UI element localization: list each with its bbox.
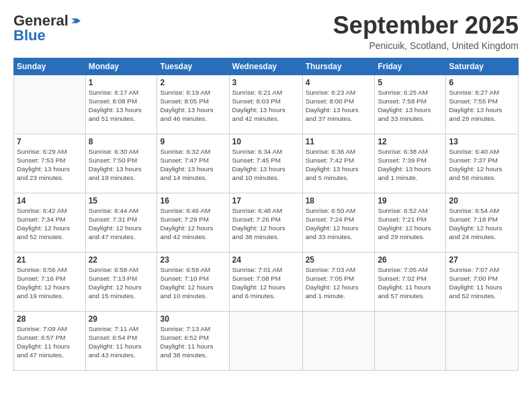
- day-number: 20: [449, 196, 515, 205]
- calendar-cell: 9Sunrise: 6:32 AMSunset: 7:47 PMDaylight…: [157, 134, 229, 193]
- calendar-cell: 25Sunrise: 7:03 AMSunset: 7:05 PMDayligh…: [302, 252, 375, 311]
- calendar-cell: 20Sunrise: 6:54 AMSunset: 7:18 PMDayligh…: [446, 193, 519, 252]
- day-info: Sunrise: 6:21 AMSunset: 8:03 PMDaylight:…: [232, 88, 300, 124]
- header-area: General Blue September 2025 Penicuik, Sc…: [13, 12, 519, 51]
- day-info: Sunrise: 6:46 AMSunset: 7:29 PMDaylight:…: [160, 206, 226, 242]
- day-info: Sunrise: 6:36 AMSunset: 7:42 PMDaylight:…: [306, 147, 372, 183]
- day-info: Sunrise: 6:19 AMSunset: 8:05 PMDaylight:…: [160, 88, 226, 124]
- calendar-cell: 2Sunrise: 6:19 AMSunset: 8:05 PMDaylight…: [157, 75, 229, 134]
- day-number: 30: [160, 314, 226, 324]
- day-info: Sunrise: 7:03 AMSunset: 7:05 PMDaylight:…: [306, 265, 372, 301]
- day-number: 4: [306, 78, 372, 87]
- calendar-cell: 26Sunrise: 7:05 AMSunset: 7:02 PMDayligh…: [375, 252, 446, 311]
- day-info: Sunrise: 6:29 AMSunset: 7:53 PMDaylight:…: [17, 147, 83, 183]
- day-number: 6: [449, 78, 515, 87]
- calendar-cell: 8Sunrise: 6:30 AMSunset: 7:50 PMDaylight…: [85, 134, 157, 193]
- calendar-cell: 29Sunrise: 7:11 AMSunset: 6:54 PMDayligh…: [85, 311, 157, 370]
- day-number: 10: [232, 137, 300, 146]
- calendar: Sunday Monday Tuesday Wednesday Thursday…: [13, 58, 519, 371]
- day-number: 1: [89, 78, 154, 87]
- day-info: Sunrise: 7:09 AMSunset: 6:57 PMDaylight:…: [17, 324, 83, 360]
- calendar-cell: 11Sunrise: 6:36 AMSunset: 7:42 PMDayligh…: [302, 134, 375, 193]
- calendar-cell: 27Sunrise: 7:07 AMSunset: 7:00 PMDayligh…: [446, 252, 519, 311]
- calendar-cell: 21Sunrise: 6:56 AMSunset: 7:16 PMDayligh…: [14, 252, 86, 311]
- day-info: Sunrise: 6:54 AMSunset: 7:18 PMDaylight:…: [449, 206, 515, 242]
- day-number: 18: [306, 196, 372, 205]
- day-number: 21: [17, 255, 83, 265]
- day-info: Sunrise: 6:38 AMSunset: 7:39 PMDaylight:…: [378, 147, 443, 183]
- day-info: Sunrise: 6:27 AMSunset: 7:55 PMDaylight:…: [449, 88, 515, 124]
- day-number: 11: [306, 137, 372, 146]
- calendar-cell: 16Sunrise: 6:46 AMSunset: 7:29 PMDayligh…: [157, 193, 229, 252]
- day-info: Sunrise: 7:05 AMSunset: 7:02 PMDaylight:…: [378, 265, 443, 301]
- day-number: 12: [378, 137, 443, 146]
- day-info: Sunrise: 6:52 AMSunset: 7:21 PMDaylight:…: [378, 206, 443, 242]
- day-number: 3: [232, 78, 300, 87]
- day-info: Sunrise: 7:01 AMSunset: 7:08 PMDaylight:…: [232, 265, 300, 301]
- calendar-cell: 30Sunrise: 7:13 AMSunset: 6:52 PMDayligh…: [157, 311, 229, 370]
- title-area: September 2025 Penicuik, Scotland, Unite…: [333, 12, 519, 51]
- day-number: 26: [378, 255, 443, 265]
- col-thursday: Thursday: [302, 58, 375, 75]
- day-info: Sunrise: 7:13 AMSunset: 6:52 PMDaylight:…: [160, 324, 226, 360]
- day-number: 28: [17, 314, 83, 324]
- calendar-header-row: Sunday Monday Tuesday Wednesday Thursday…: [14, 58, 519, 75]
- calendar-cell: [302, 311, 375, 370]
- calendar-cell: 14Sunrise: 6:42 AMSunset: 7:34 PMDayligh…: [14, 193, 86, 252]
- calendar-cell: 23Sunrise: 6:59 AMSunset: 7:10 PMDayligh…: [157, 252, 229, 311]
- col-friday: Friday: [375, 58, 446, 75]
- calendar-cell: 1Sunrise: 6:17 AMSunset: 8:08 PMDaylight…: [85, 75, 157, 134]
- day-number: 29: [89, 314, 154, 324]
- day-info: Sunrise: 6:40 AMSunset: 7:37 PMDaylight:…: [449, 147, 515, 183]
- day-info: Sunrise: 6:17 AMSunset: 8:08 PMDaylight:…: [89, 88, 154, 124]
- calendar-cell: 15Sunrise: 6:44 AMSunset: 7:31 PMDayligh…: [85, 193, 157, 252]
- calendar-week-2: 14Sunrise: 6:42 AMSunset: 7:34 PMDayligh…: [14, 193, 519, 252]
- day-info: Sunrise: 6:44 AMSunset: 7:31 PMDaylight:…: [89, 206, 154, 242]
- col-monday: Monday: [85, 58, 157, 75]
- calendar-cell: [446, 311, 519, 370]
- logo-blue: Blue: [13, 27, 46, 44]
- calendar-cell: 7Sunrise: 6:29 AMSunset: 7:53 PMDaylight…: [14, 134, 86, 193]
- calendar-cell: 3Sunrise: 6:21 AMSunset: 8:03 PMDaylight…: [229, 75, 302, 134]
- svg-marker-0: [71, 19, 81, 24]
- calendar-cell: 13Sunrise: 6:40 AMSunset: 7:37 PMDayligh…: [446, 134, 519, 193]
- day-info: Sunrise: 6:42 AMSunset: 7:34 PMDaylight:…: [17, 206, 83, 242]
- day-info: Sunrise: 6:50 AMSunset: 7:24 PMDaylight:…: [306, 206, 372, 242]
- day-number: 16: [160, 196, 226, 205]
- col-wednesday: Wednesday: [229, 58, 302, 75]
- calendar-cell: [14, 75, 86, 134]
- day-info: Sunrise: 6:56 AMSunset: 7:16 PMDaylight:…: [17, 265, 83, 301]
- day-number: 14: [17, 196, 83, 205]
- logo-arrow-icon: [70, 16, 82, 26]
- calendar-cell: 18Sunrise: 6:50 AMSunset: 7:24 PMDayligh…: [302, 193, 375, 252]
- calendar-cell: 5Sunrise: 6:25 AMSunset: 7:58 PMDaylight…: [375, 75, 446, 134]
- day-number: 7: [17, 137, 83, 146]
- day-number: 5: [378, 78, 443, 87]
- calendar-cell: 10Sunrise: 6:34 AMSunset: 7:45 PMDayligh…: [229, 134, 302, 193]
- day-number: 13: [449, 137, 515, 146]
- day-number: 9: [160, 137, 226, 146]
- day-number: 19: [378, 196, 443, 205]
- logo: General Blue: [13, 12, 82, 44]
- day-info: Sunrise: 6:48 AMSunset: 7:26 PMDaylight:…: [232, 206, 300, 242]
- day-number: 24: [232, 255, 300, 265]
- day-number: 25: [306, 255, 372, 265]
- calendar-week-4: 28Sunrise: 7:09 AMSunset: 6:57 PMDayligh…: [14, 311, 519, 370]
- col-sunday: Sunday: [14, 58, 86, 75]
- day-info: Sunrise: 7:11 AMSunset: 6:54 PMDaylight:…: [89, 324, 154, 360]
- day-info: Sunrise: 6:30 AMSunset: 7:50 PMDaylight:…: [89, 147, 154, 183]
- calendar-cell: 19Sunrise: 6:52 AMSunset: 7:21 PMDayligh…: [375, 193, 446, 252]
- day-info: Sunrise: 7:07 AMSunset: 7:00 PMDaylight:…: [449, 265, 515, 301]
- calendar-week-1: 7Sunrise: 6:29 AMSunset: 7:53 PMDaylight…: [14, 134, 519, 193]
- calendar-cell: [375, 311, 446, 370]
- calendar-cell: 12Sunrise: 6:38 AMSunset: 7:39 PMDayligh…: [375, 134, 446, 193]
- calendar-cell: 22Sunrise: 6:58 AMSunset: 7:13 PMDayligh…: [85, 252, 157, 311]
- day-number: 15: [89, 196, 154, 205]
- calendar-week-0: 1Sunrise: 6:17 AMSunset: 8:08 PMDaylight…: [14, 75, 519, 134]
- day-number: 23: [160, 255, 226, 265]
- day-info: Sunrise: 6:58 AMSunset: 7:13 PMDaylight:…: [89, 265, 154, 301]
- calendar-cell: 17Sunrise: 6:48 AMSunset: 7:26 PMDayligh…: [229, 193, 302, 252]
- day-info: Sunrise: 6:25 AMSunset: 7:58 PMDaylight:…: [378, 88, 443, 124]
- calendar-cell: 4Sunrise: 6:23 AMSunset: 8:00 PMDaylight…: [302, 75, 375, 134]
- day-number: 22: [89, 255, 154, 265]
